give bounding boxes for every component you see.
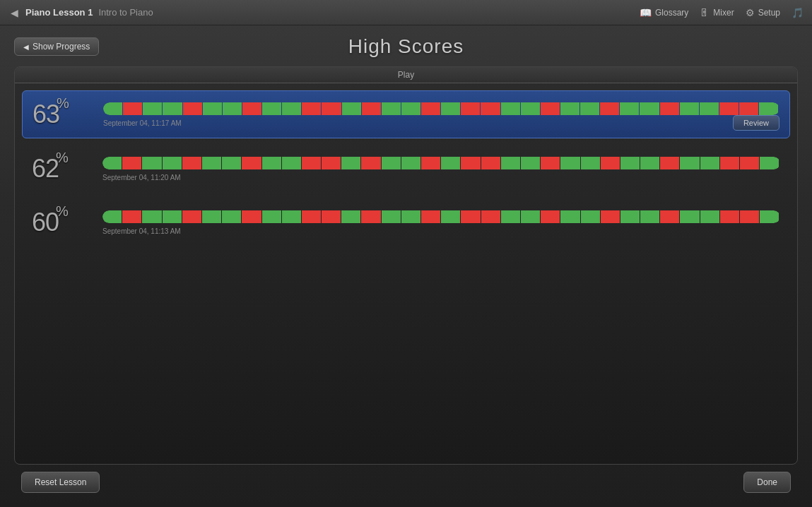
glossary-icon: 📖 <box>640 7 652 18</box>
score-number: 60% <box>32 208 102 237</box>
score-percent: % <box>56 150 68 165</box>
setup-icon: ⚙ <box>746 7 755 18</box>
progress-bar <box>103 102 779 115</box>
progress-bar <box>102 210 780 223</box>
score-date: September 04, 11:13 AM <box>102 227 780 235</box>
score-number: 62% <box>32 154 102 184</box>
show-progress-button[interactable]: Show Progress <box>14 37 99 56</box>
back-button[interactable]: ◀ <box>8 7 20 18</box>
mixer-icon: 🎚 <box>700 7 710 18</box>
done-button[interactable]: Done <box>743 472 791 493</box>
score-number: 63% <box>33 100 103 129</box>
review-button[interactable]: Review <box>733 115 779 131</box>
bar-fill <box>103 102 779 115</box>
score-right: September 04, 11:13 AM <box>102 210 780 235</box>
panel-header: Play <box>15 67 797 83</box>
score-entry: 63% September 04, 11:17 AM Review <box>22 90 790 138</box>
score-right: September 04, 11:20 AM <box>102 157 780 181</box>
glossary-nav[interactable]: 📖 Glossary <box>640 7 688 18</box>
mixer-label: Mixer <box>713 8 734 18</box>
score-date: September 04, 11:17 AM <box>103 119 779 127</box>
reset-lesson-button[interactable]: Reset Lesson <box>21 472 100 493</box>
score-right: September 04, 11:17 AM <box>103 102 779 127</box>
music-icon: 🎵 <box>792 7 804 18</box>
titlebar-right: 📖 Glossary 🎚 Mixer ⚙ Setup 🎵 <box>640 7 804 18</box>
score-date: September 04, 11:20 AM <box>102 174 780 181</box>
mixer-nav[interactable]: 🎚 Mixer <box>700 7 734 18</box>
titlebar: ◀ Piano Lesson 1 Intro to Piano 📖 Glossa… <box>0 0 812 25</box>
setup-label: Setup <box>758 8 780 18</box>
bar-fill <box>102 210 780 223</box>
page-title: High Scores <box>348 35 464 58</box>
score-entry: 60% September 04, 11:13 AM <box>22 199 790 246</box>
top-row: Show Progress High Scores <box>14 32 798 61</box>
content-area: Show Progress High Scores Play 63% Septe… <box>0 25 812 507</box>
progress-bar <box>102 157 780 169</box>
score-percent: % <box>57 95 69 111</box>
bar-fill <box>102 157 780 169</box>
lesson-title: Piano Lesson 1 <box>25 7 93 18</box>
scores-list: 63% September 04, 11:17 AM Review 62% Se… <box>15 83 797 464</box>
setup-nav[interactable]: ⚙ Setup <box>746 7 780 18</box>
glossary-label: Glossary <box>655 8 688 18</box>
score-percent: % <box>56 203 68 219</box>
bottom-bar: Reset Lesson Done <box>14 465 798 500</box>
titlebar-left: ◀ Piano Lesson 1 Intro to Piano <box>8 7 153 18</box>
score-entry: 62% September 04, 11:20 AM <box>22 145 790 192</box>
music-nav[interactable]: 🎵 <box>792 7 804 18</box>
scores-panel: Play 63% September 04, 11:17 AM Review 6… <box>14 66 798 465</box>
lesson-subtitle: Intro to Piano <box>98 7 153 18</box>
